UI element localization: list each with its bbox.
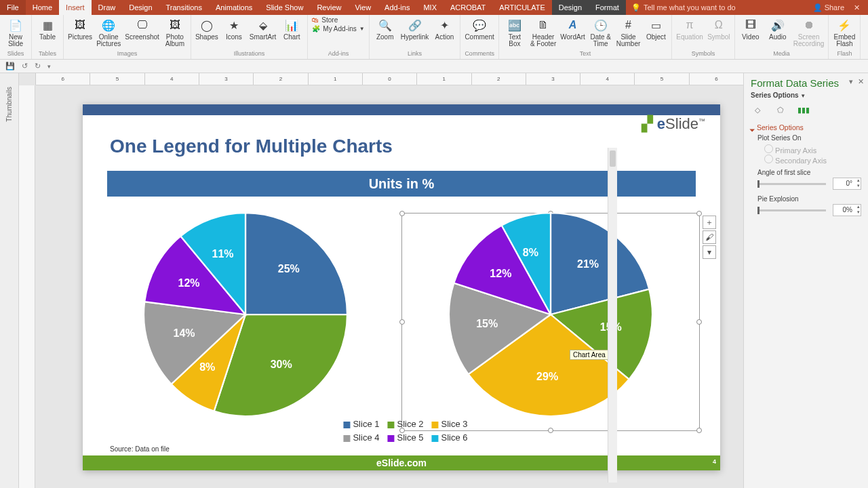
equation-button: πEquation bbox=[676, 16, 703, 41]
qat-undo-icon[interactable]: ↺ bbox=[22, 62, 28, 70]
chart-button[interactable]: 📊Chart bbox=[280, 16, 303, 41]
comment-button[interactable]: 💬Comment bbox=[465, 16, 494, 41]
chart-filters-button[interactable]: ▾ bbox=[703, 245, 716, 259]
explosion-value-input[interactable]: 0% bbox=[833, 204, 861, 216]
chart-elements-button[interactable]: ＋ bbox=[703, 216, 716, 229]
thumbnails-panel-collapsed[interactable]: Thumbnails bbox=[0, 73, 19, 488]
source-note: Source: Data on file bbox=[110, 445, 170, 453]
photo-album-button[interactable]: 🖼Photo Album bbox=[163, 16, 186, 47]
effects-icon[interactable]: ⬠ bbox=[774, 103, 787, 117]
table-button[interactable]: ▦Table bbox=[36, 16, 59, 41]
window-close-icon[interactable]: ✕ bbox=[851, 3, 863, 12]
primary-axis-radio bbox=[764, 144, 773, 153]
chart-styles-button[interactable]: 🖌 bbox=[703, 230, 716, 244]
tab-insert[interactable]: Insert bbox=[59, 0, 92, 15]
shared-legend: Slice 1Slice 2Slice 3Slice 4Slice 5Slice… bbox=[335, 418, 467, 445]
shapes-button[interactable]: ◯Shapes bbox=[195, 16, 218, 41]
new-slide-button[interactable]: 📄New Slide bbox=[4, 16, 27, 47]
header-footer-button[interactable]: 🗎Header & Footer bbox=[530, 16, 556, 47]
pane-title: Format Data Series bbox=[751, 77, 861, 89]
tab-transitions[interactable]: Transitions bbox=[159, 0, 209, 15]
chart-quick-actions: ＋ 🖌 ▾ bbox=[703, 216, 716, 259]
hyperlink-button[interactable]: 🔗Hyperlink bbox=[401, 16, 429, 41]
angle-slider[interactable] bbox=[757, 183, 826, 185]
tab-view[interactable]: View bbox=[348, 0, 378, 15]
zoom-button[interactable]: 🔍Zoom bbox=[374, 16, 397, 41]
tab-slideshow[interactable]: Slide Show bbox=[259, 0, 310, 15]
slide-title: One Legend for Multiple Charts bbox=[110, 136, 393, 157]
tab-addins[interactable]: Add-ins bbox=[378, 0, 416, 15]
series-options-section[interactable]: Series Options bbox=[751, 123, 861, 131]
format-data-series-pane: Format Data Series ▾ ✕ Series Options ▼ … bbox=[743, 73, 868, 488]
quick-access-toolbar: 💾 ↺ ↻ ▾ bbox=[0, 60, 868, 73]
tab-animations[interactable]: Animations bbox=[209, 0, 259, 15]
footer-bar: eSlide.com 4 bbox=[83, 455, 720, 470]
slide: One Legend for Multiple Charts ▞ eSlide™… bbox=[83, 104, 720, 470]
embed-flash-button[interactable]: ⚡Embed Flash bbox=[833, 16, 856, 47]
audio-button[interactable]: 🔊Audio bbox=[766, 16, 789, 41]
tab-charttools-format[interactable]: Format bbox=[589, 0, 626, 15]
icons-button[interactable]: ★Icons bbox=[222, 16, 245, 41]
action-button[interactable]: ✦Action bbox=[433, 16, 456, 41]
tab-acrobat[interactable]: ACROBAT bbox=[443, 0, 492, 15]
share-button[interactable]: 👤 Share bbox=[813, 3, 844, 12]
ribbon-tab-bar: File Home Insert Draw Design Transitions… bbox=[0, 0, 868, 15]
qat-save-icon[interactable]: 💾 bbox=[5, 62, 15, 70]
fill-line-icon[interactable]: ◇ bbox=[751, 103, 764, 117]
tell-me[interactable]: 💡Tell me what you want to do bbox=[626, 0, 741, 15]
tab-file[interactable]: File bbox=[0, 0, 26, 15]
screen-recording-button: ⏺Screen Recording bbox=[793, 16, 825, 47]
pane-close-icon[interactable]: ✕ bbox=[858, 77, 864, 86]
vertical-ruler bbox=[19, 85, 35, 488]
slide-canvas: 6543210123456 One Legend for Multiple Ch… bbox=[19, 73, 743, 488]
explosion-slider[interactable] bbox=[757, 209, 826, 211]
pane-menu-dropdown[interactable]: ▾ bbox=[849, 77, 853, 86]
vertical-scrollbar[interactable] bbox=[608, 148, 617, 483]
datetime-button[interactable]: 🕒Date & Time bbox=[589, 16, 612, 47]
screenshot-button[interactable]: 🖵Screenshot bbox=[125, 16, 159, 41]
pie-chart-left[interactable]: 25%30%8%14%12%11% bbox=[144, 213, 347, 416]
pictures-button[interactable]: 🖼Pictures bbox=[68, 16, 92, 41]
tab-review[interactable]: Review bbox=[310, 0, 348, 15]
qat-more[interactable]: ▾ bbox=[47, 63, 51, 70]
video-button[interactable]: 🎞Video bbox=[739, 16, 762, 41]
tab-draw[interactable]: Draw bbox=[92, 0, 123, 15]
horizontal-ruler: 6543210123456 bbox=[35, 73, 743, 85]
series-options-icon[interactable]: ▮▮▮ bbox=[797, 103, 810, 117]
object-button[interactable]: ▭Object bbox=[644, 16, 667, 41]
tooltip-chart-area: Chart Area bbox=[570, 350, 609, 360]
slide-accent-bar bbox=[83, 104, 720, 115]
tab-home[interactable]: Home bbox=[26, 0, 59, 15]
online-pictures-button[interactable]: 🌐Online Pictures bbox=[96, 16, 121, 47]
tab-articulate[interactable]: ARTICULATE bbox=[492, 0, 551, 15]
tab-design[interactable]: Design bbox=[122, 0, 159, 15]
symbol-button: ΩSymbol bbox=[707, 16, 730, 41]
angle-value-input[interactable]: 0° bbox=[833, 178, 861, 190]
slide-number-button[interactable]: #Slide Number bbox=[616, 16, 641, 47]
qat-redo-icon[interactable]: ↻ bbox=[35, 62, 41, 70]
textbox-button[interactable]: 🔤Text Box bbox=[503, 16, 526, 47]
store-button[interactable]: 🛍Store bbox=[312, 16, 364, 24]
pie-chart-right[interactable]: 21%15%29%15%12%8% bbox=[449, 213, 652, 416]
tab-mix[interactable]: MIX bbox=[416, 0, 443, 15]
tab-charttools-design[interactable]: Design bbox=[552, 0, 589, 15]
ribbon: 📄New Slide Slides ▦Table Tables 🖼Picture… bbox=[0, 15, 868, 60]
my-addins-button[interactable]: 🧩My Add-ins▼ bbox=[312, 25, 364, 33]
brand-logo: ▞ eSlide™ bbox=[642, 115, 705, 133]
secondary-axis-radio bbox=[764, 155, 773, 163]
smartart-button[interactable]: ⬙SmartArt bbox=[250, 16, 276, 41]
wordart-button[interactable]: AWordArt bbox=[560, 16, 585, 41]
